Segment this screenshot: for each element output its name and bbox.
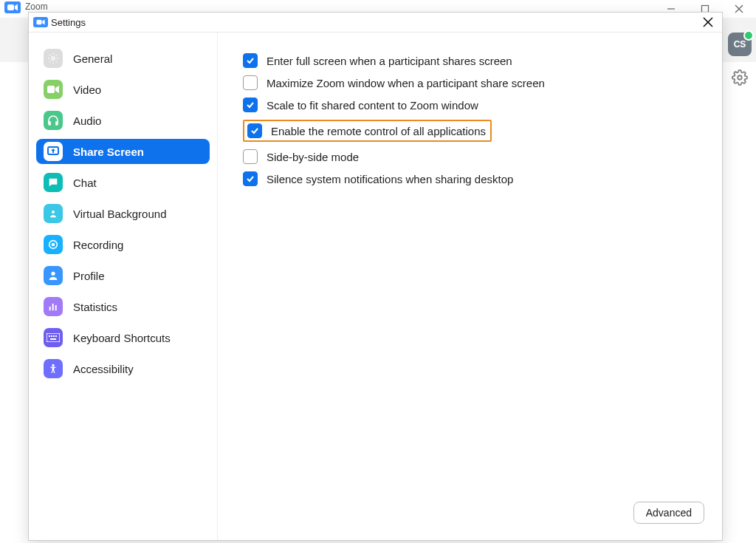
sidebar-item-label: Chat — [73, 177, 97, 189]
sidebar-item-label: Recording — [73, 239, 123, 251]
option-label: Maximize Zoom window when a participant … — [267, 77, 545, 89]
option-label: Silence system notifications when sharin… — [267, 173, 513, 185]
settings-gear-icon[interactable] — [732, 69, 748, 86]
option-scale-to-fit[interactable]: Scale to fit shared content to Zoom wind… — [243, 98, 697, 112]
option-side-by-side[interactable]: Side-by-side mode — [243, 149, 697, 164]
sidebar-item-label: Virtual Background — [73, 208, 166, 220]
zoom-logo-icon — [33, 17, 48, 27]
profile-icon — [44, 266, 63, 285]
checkbox-checked-icon — [247, 123, 262, 138]
svg-point-14 — [52, 243, 55, 247]
option-label: Side-by-side mode — [267, 151, 359, 163]
checkbox-unchecked-icon — [243, 149, 258, 164]
sidebar-item-general[interactable]: General — [36, 46, 210, 71]
svg-rect-0 — [7, 4, 14, 10]
svg-point-25 — [52, 364, 54, 366]
option-enter-fullscreen[interactable]: Enter full screen when a participant sha… — [243, 53, 697, 68]
window-close-button[interactable] — [722, 0, 756, 18]
share-screen-icon — [44, 142, 63, 161]
svg-rect-20 — [49, 335, 50, 337]
sidebar-item-label: Profile — [73, 270, 105, 282]
dialog-close-button[interactable] — [698, 13, 718, 32]
svg-point-12 — [52, 211, 55, 214]
settings-sidebar: General Video Audio Share Screen — [29, 33, 218, 540]
svg-point-15 — [51, 272, 55, 276]
option-silence-notifications[interactable]: Silence system notifications when sharin… — [243, 171, 697, 186]
settings-main-pane: Enter full screen when a participant sha… — [218, 33, 722, 540]
checkbox-unchecked-icon — [243, 75, 258, 90]
sidebar-item-accessibility[interactable]: Accessibility — [36, 356, 210, 381]
sidebar-item-statistics[interactable]: Statistics — [36, 294, 210, 319]
sidebar-item-label: Keyboard Shortcuts — [73, 332, 171, 344]
option-maximize-window[interactable]: Maximize Zoom window when a participant … — [243, 75, 697, 90]
app-title: Zoom — [25, 1, 48, 12]
dialog-title: Settings — [51, 17, 86, 28]
checkbox-checked-icon — [243, 53, 258, 68]
sidebar-item-label: Video — [73, 83, 101, 96]
zoom-logo-icon — [4, 1, 21, 13]
option-label: Enable the remote control of all applica… — [271, 125, 486, 137]
option-remote-control[interactable]: Enable the remote control of all applica… — [247, 123, 486, 138]
video-icon — [44, 80, 63, 99]
status-online-icon — [743, 30, 754, 41]
checkbox-checked-icon — [243, 171, 258, 186]
dialog-titlebar: Settings — [29, 13, 722, 33]
svg-rect-21 — [51, 335, 52, 337]
sidebar-item-label: Share Screen — [73, 146, 144, 158]
svg-point-9 — [52, 57, 55, 60]
sidebar-item-video[interactable]: Video — [36, 77, 210, 102]
svg-rect-24 — [50, 338, 56, 340]
sidebar-item-virtual-background[interactable]: Virtual Background — [36, 201, 210, 226]
sidebar-item-audio[interactable]: Audio — [36, 108, 210, 133]
sidebar-item-profile[interactable]: Profile — [36, 263, 210, 288]
bar-chart-icon — [44, 297, 63, 316]
svg-rect-19 — [47, 333, 60, 342]
virtual-background-icon — [44, 204, 63, 223]
svg-rect-22 — [53, 335, 55, 337]
headphones-icon — [44, 111, 63, 130]
svg-point-5 — [738, 75, 742, 80]
svg-rect-6 — [36, 20, 41, 24]
record-icon — [44, 235, 63, 254]
sidebar-item-keyboard-shortcuts[interactable]: Keyboard Shortcuts — [36, 325, 210, 350]
sidebar-item-label: Audio — [73, 115, 101, 127]
sidebar-item-label: Accessibility — [73, 363, 134, 375]
svg-rect-18 — [55, 305, 57, 310]
avatar-initials: CS — [734, 39, 746, 49]
sidebar-item-label: General — [73, 52, 112, 65]
advanced-button[interactable]: Advanced — [633, 502, 704, 524]
user-avatar[interactable]: CS — [728, 33, 752, 56]
gear-icon — [44, 49, 63, 68]
svg-rect-23 — [55, 335, 57, 337]
sidebar-item-recording[interactable]: Recording — [36, 232, 210, 257]
settings-dialog: Settings General Video — [28, 12, 723, 541]
sidebar-item-share-screen[interactable]: Share Screen — [36, 139, 210, 164]
highlighted-option: Enable the remote control of all applica… — [243, 120, 492, 142]
option-label: Scale to fit shared content to Zoom wind… — [267, 99, 478, 112]
keyboard-icon — [44, 328, 63, 347]
option-label: Enter full screen when a participant sha… — [267, 55, 512, 67]
svg-rect-16 — [49, 307, 51, 310]
sidebar-item-chat[interactable]: Chat — [36, 170, 210, 195]
chat-icon — [44, 173, 63, 192]
checkbox-checked-icon — [243, 98, 258, 112]
svg-rect-17 — [52, 304, 54, 310]
accessibility-icon — [44, 359, 63, 378]
sidebar-item-label: Statistics — [73, 301, 117, 313]
svg-rect-10 — [47, 86, 55, 93]
